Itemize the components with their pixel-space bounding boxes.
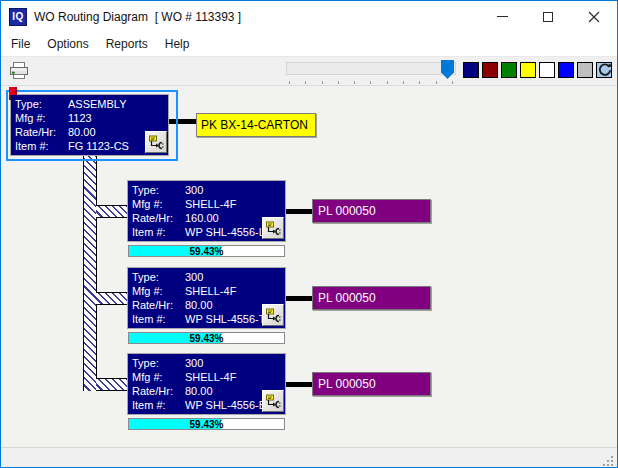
- color-swatch-yellow[interactable]: [520, 62, 536, 78]
- progress-bar: 59.43%: [128, 245, 285, 257]
- routing-link-icon: [265, 220, 281, 236]
- hatched-branch-connector: [96, 205, 127, 218]
- slider-track[interactable]: [286, 62, 456, 75]
- print-button[interactable]: [6, 59, 32, 83]
- menu-bar: File Options Reports Help: [1, 32, 617, 57]
- work-center-node-1[interactable]: Type:300 Mfg #:SHELL-4F Rate/Hr:160.00 I…: [127, 180, 286, 242]
- output-node-1[interactable]: PL 000050: [312, 199, 431, 223]
- output-node-2[interactable]: PL 000050: [312, 286, 431, 310]
- close-icon: [588, 11, 600, 23]
- routing-link-icon: [265, 393, 281, 409]
- hatched-branch-connector: [96, 292, 127, 305]
- field-value: 300: [185, 183, 203, 197]
- menu-help[interactable]: Help: [165, 37, 190, 51]
- window-title: WO Routing Diagram [ WO # 113393 ]: [34, 10, 241, 24]
- progress-bar: 59.43%: [128, 332, 285, 344]
- field-label: Mfg #:: [132, 197, 185, 211]
- output-connector-line: [286, 209, 312, 214]
- field-label: Rate/Hr:: [132, 211, 185, 225]
- field-value: 80.00: [185, 298, 213, 312]
- app-logo-icon: IQ: [9, 8, 27, 26]
- progress-value: 59.43%: [129, 419, 284, 429]
- field-value: WP SHL-4556-L: [185, 225, 265, 239]
- close-button[interactable]: [571, 1, 617, 32]
- field-value: 80.00: [185, 384, 213, 398]
- maximize-button[interactable]: [525, 1, 571, 32]
- routing-diagram-canvas[interactable]: Type:ASSEMBLY Mfg #:1123 Rate/Hr:80.00 I…: [1, 86, 617, 447]
- field-value: WP SHL-4556-T: [185, 312, 266, 326]
- printer-icon: [7, 61, 31, 81]
- menu-options[interactable]: Options: [47, 37, 88, 51]
- field-label: Item #:: [132, 398, 185, 412]
- output-connector-line: [286, 296, 312, 301]
- output-node-3[interactable]: PL 000050: [312, 372, 431, 396]
- hatched-branch-connector: [96, 378, 127, 391]
- output-connector-line: [286, 382, 312, 387]
- minimize-icon: [497, 16, 508, 17]
- output-label: PL 000050: [318, 377, 376, 391]
- maximize-icon: [543, 12, 553, 22]
- red-flag-icon: [8, 87, 18, 100]
- field-value: 300: [185, 356, 203, 370]
- toolbar: [1, 57, 617, 86]
- menu-reports[interactable]: Reports: [106, 37, 148, 51]
- app-window: IQ WO Routing Diagram [ WO # 113393 ] Fi…: [0, 0, 618, 468]
- minimize-button[interactable]: [479, 1, 525, 32]
- work-center-node-3[interactable]: Type:300 Mfg #:SHELL-4F Rate/Hr:80.00 It…: [127, 353, 286, 415]
- field-value: WP SHL-4556-B: [185, 398, 266, 412]
- material-node[interactable]: PK BX-14-CARTON: [196, 113, 316, 137]
- field-label: Type:: [132, 270, 185, 284]
- field-label: Type:: [132, 356, 185, 370]
- color-swatch-blue[interactable]: [558, 62, 574, 78]
- selection-highlight: [6, 90, 178, 161]
- work-center-node-2[interactable]: Type:300 Mfg #:SHELL-4F Rate/Hr:80.00 It…: [127, 267, 286, 329]
- field-value: 300: [185, 270, 203, 284]
- field-value: SHELL-4F: [185, 284, 236, 298]
- field-label: Type:: [132, 183, 185, 197]
- color-swatch-white[interactable]: [539, 62, 555, 78]
- status-bar: [1, 447, 617, 468]
- progress-value: 59.43%: [129, 333, 284, 343]
- zoom-slider[interactable]: [286, 59, 456, 84]
- slider-thumb[interactable]: [441, 60, 454, 79]
- field-label: Rate/Hr:: [132, 384, 185, 398]
- resize-grip[interactable]: [602, 455, 614, 467]
- field-label: Mfg #:: [132, 370, 185, 384]
- field-label: Item #:: [132, 312, 185, 326]
- routing-link-button[interactable]: [262, 304, 284, 326]
- slider-ticks: [289, 81, 453, 84]
- routing-link-button[interactable]: [262, 390, 284, 412]
- output-label: PL 000050: [318, 291, 376, 305]
- color-swatch-gray[interactable]: [577, 62, 593, 78]
- routing-link-icon: [265, 307, 281, 323]
- field-label: Item #:: [132, 225, 185, 239]
- field-value: SHELL-4F: [185, 197, 236, 211]
- color-swatch-darkred[interactable]: [482, 62, 498, 78]
- material-label: PK BX-14-CARTON: [201, 118, 308, 132]
- refresh-icon: [597, 62, 613, 78]
- progress-bar: 59.43%: [128, 418, 285, 430]
- color-swatch-navy[interactable]: [463, 62, 479, 78]
- output-label: PL 000050: [318, 204, 376, 218]
- field-value: SHELL-4F: [185, 370, 236, 384]
- field-value: 160.00: [185, 211, 219, 225]
- color-swatch-green[interactable]: [501, 62, 517, 78]
- progress-value: 59.43%: [129, 246, 284, 256]
- routing-link-button[interactable]: [262, 217, 284, 239]
- menu-file[interactable]: File: [11, 37, 30, 51]
- refresh-button[interactable]: [595, 60, 615, 80]
- field-label: Rate/Hr:: [132, 298, 185, 312]
- field-label: Mfg #:: [132, 284, 185, 298]
- hatched-trunk-connector: [83, 156, 97, 391]
- title-bar: IQ WO Routing Diagram [ WO # 113393 ]: [1, 1, 617, 32]
- color-palette: [463, 62, 612, 78]
